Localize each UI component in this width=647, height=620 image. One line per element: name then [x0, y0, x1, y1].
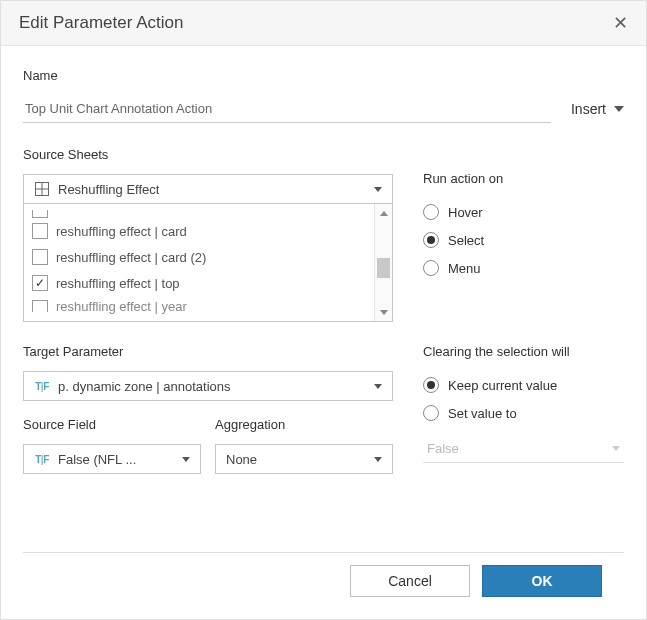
dashboard-icon — [34, 181, 50, 197]
aggregation-dropdown[interactable]: None — [215, 444, 393, 474]
checkbox[interactable] — [32, 249, 48, 265]
list-item[interactable]: reshuffling effect | year — [32, 296, 374, 316]
source-sheets-label: Source Sheets — [23, 147, 393, 162]
list-item-label: reshuffling effect | year — [56, 299, 187, 314]
chevron-down-icon — [374, 384, 382, 389]
chevron-down-icon — [182, 457, 190, 462]
radio-icon — [423, 204, 439, 220]
target-block: Target Parameter T|F p. dynamic zone | a… — [23, 344, 624, 474]
source-sheets-dropdown[interactable]: Reshuffling Effect — [23, 174, 393, 204]
tf-icon: T|F — [34, 378, 50, 394]
dialog-footer: Cancel OK — [23, 552, 624, 609]
source-sheets-block: Source Sheets Reshuffling Effect — [23, 147, 624, 322]
radio-keep-value[interactable]: Keep current value — [423, 371, 624, 399]
source-sheets-list: reshuffling effect | card reshuffling ef… — [23, 204, 393, 322]
radio-set-value[interactable]: Set value to — [423, 399, 624, 427]
scrollbar-thumb[interactable] — [377, 258, 390, 278]
list-item[interactable]: reshuffling effect | card — [32, 218, 374, 244]
titlebar: Edit Parameter Action ✕ — [1, 1, 646, 46]
chevron-up-icon — [380, 211, 388, 216]
chevron-down-icon — [380, 310, 388, 315]
target-parameter-selected: p. dynamic zone | annotations — [58, 379, 231, 394]
list-item-label: reshuffling effect | top — [56, 276, 180, 291]
chevron-down-icon — [614, 106, 624, 112]
insert-label: Insert — [571, 101, 606, 117]
radio-select[interactable]: Select — [423, 226, 624, 254]
clearing-label: Clearing the selection will — [423, 344, 624, 359]
radio-label: Hover — [448, 205, 483, 220]
clearing-radio-group: Keep current value Set value to — [423, 371, 624, 427]
radio-icon — [423, 405, 439, 421]
cancel-button[interactable]: Cancel — [350, 565, 470, 597]
radio-icon — [423, 260, 439, 276]
aggregation-label: Aggregation — [215, 417, 393, 432]
source-field-selected: False (NFL ... — [58, 452, 136, 467]
list-item[interactable] — [32, 210, 374, 218]
checkbox[interactable] — [32, 300, 48, 312]
name-row: Insert — [23, 95, 624, 123]
set-value-dropdown-disabled: False — [423, 435, 624, 463]
close-icon[interactable]: ✕ — [613, 14, 628, 32]
radio-selected-icon — [423, 377, 439, 393]
set-value-placeholder: False — [427, 441, 459, 456]
checkbox[interactable] — [32, 210, 48, 218]
name-input[interactable] — [23, 95, 551, 123]
chevron-down-icon — [374, 187, 382, 192]
scrollbar[interactable] — [374, 204, 392, 321]
radio-label: Keep current value — [448, 378, 557, 393]
radio-label: Select — [448, 233, 484, 248]
edit-parameter-action-dialog: Edit Parameter Action ✕ Name Insert Sour… — [0, 0, 647, 620]
run-action-label: Run action on — [423, 171, 624, 186]
radio-menu[interactable]: Menu — [423, 254, 624, 282]
chevron-down-icon — [374, 457, 382, 462]
list-item[interactable]: reshuffling effect | top — [32, 270, 374, 296]
radio-hover[interactable]: Hover — [423, 198, 624, 226]
source-field-label: Source Field — [23, 417, 201, 432]
checkbox-checked[interactable] — [32, 275, 48, 291]
tf-icon: T|F — [34, 451, 50, 467]
name-label: Name — [23, 68, 624, 83]
target-parameter-label: Target Parameter — [23, 344, 393, 359]
source-sheets-selected: Reshuffling Effect — [58, 182, 159, 197]
radio-label: Menu — [448, 261, 481, 276]
chevron-down-icon — [612, 446, 620, 451]
ok-button[interactable]: OK — [482, 565, 602, 597]
dialog-title: Edit Parameter Action — [19, 13, 183, 33]
scroll-up-button[interactable] — [375, 204, 392, 222]
insert-button[interactable]: Insert — [571, 101, 624, 117]
radio-label: Set value to — [448, 406, 517, 421]
scroll-down-button[interactable] — [375, 303, 392, 321]
run-action-radio-group: Hover Select Menu — [423, 198, 624, 282]
list-item-label: reshuffling effect | card — [56, 224, 187, 239]
scrollbar-track[interactable] — [375, 222, 392, 303]
checkbox[interactable] — [32, 223, 48, 239]
target-parameter-dropdown[interactable]: T|F p. dynamic zone | annotations — [23, 371, 393, 401]
radio-selected-icon — [423, 232, 439, 248]
list-item[interactable]: reshuffling effect | card (2) — [32, 244, 374, 270]
source-field-dropdown[interactable]: T|F False (NFL ... — [23, 444, 201, 474]
dialog-body: Name Insert Source Sheets Reshuffling Ef… — [1, 46, 646, 619]
list-item-label: reshuffling effect | card (2) — [56, 250, 206, 265]
aggregation-selected: None — [226, 452, 257, 467]
